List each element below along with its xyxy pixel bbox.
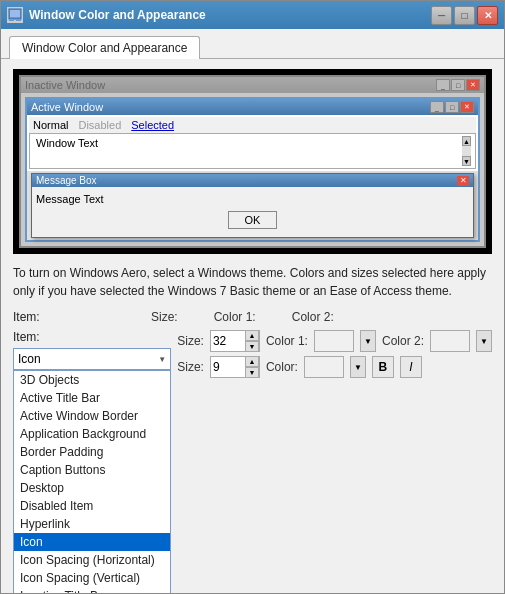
active-maximize-btn: □ <box>445 101 459 113</box>
color1-box[interactable] <box>314 330 354 352</box>
dropdown-item-icon-spacing-h[interactable]: Icon Spacing (Horizontal) <box>14 551 170 569</box>
window-text-label: Window Text <box>34 136 462 150</box>
dropdown-arrow-icon: ▼ <box>158 355 166 364</box>
size-col-label: Size: <box>151 310 178 324</box>
color2-col-label: Color 2: <box>292 310 334 324</box>
size-input-field[interactable]: 32 ▲ ▼ <box>210 330 260 352</box>
font-color-box[interactable] <box>304 356 344 378</box>
size-up[interactable]: ▲ <box>245 330 259 341</box>
font-size-arrows: ▲ ▼ <box>245 356 259 378</box>
title-bar: Window Color and Appearance ─ □ ✕ <box>1 1 504 29</box>
title-bar-controls: ─ □ ✕ <box>431 6 498 25</box>
color1-arrow[interactable]: ▼ <box>360 330 376 352</box>
message-box-close[interactable]: ✕ <box>457 176 469 186</box>
svg-rect-3 <box>16 20 21 21</box>
item-text-label: Item: <box>13 330 53 344</box>
inactive-title-controls: _ □ ✕ <box>436 79 480 91</box>
active-close-btn: ✕ <box>460 101 474 113</box>
bold-button[interactable]: B <box>372 356 394 378</box>
dropdown-item-border-padding[interactable]: Border Padding <box>14 443 170 461</box>
item-dropdown[interactable]: Icon ▼ <box>13 348 171 370</box>
message-box-container: Message Box ✕ Message Text OK <box>31 173 474 238</box>
dropdown-item-caption[interactable]: Caption Buttons <box>14 461 170 479</box>
dropdown-item-inactive-title[interactable]: Inactive Title Bar <box>14 587 170 593</box>
active-window-title: Active Window <box>31 101 103 113</box>
font-size-down[interactable]: ▼ <box>245 367 259 378</box>
message-ok-button[interactable]: OK <box>228 211 278 229</box>
message-box: Message Box ✕ Message Text OK <box>31 173 474 238</box>
dropdown-item-icon[interactable]: Icon <box>14 533 170 551</box>
state-normal: Normal <box>33 119 68 131</box>
main-content: Inactive Window _ □ ✕ Active Window _ □ <box>1 59 504 593</box>
tab-window-color[interactable]: Window Color and Appearance <box>9 36 200 59</box>
preview-area: Inactive Window _ □ ✕ Active Window _ □ <box>13 69 492 254</box>
svg-rect-2 <box>9 20 14 21</box>
font-size-up[interactable]: ▲ <box>245 356 259 367</box>
main-window: Window Color and Appearance ─ □ ✕ Window… <box>0 0 505 594</box>
window-text-area: Window Text ▲ ▼ <box>29 133 476 169</box>
active-window-body: Normal Disabled Selected Window Text ▲ ▼ <box>27 115 478 171</box>
dropdown-item-app-background[interactable]: Application Background <box>14 425 170 443</box>
message-box-title-bar: Message Box ✕ <box>32 174 473 187</box>
item-row: Item: Size: Color 1: Color 2: <box>13 310 492 324</box>
minimize-button[interactable]: ─ <box>431 6 452 25</box>
font-color-label: Color: <box>266 360 298 374</box>
inactive-close-btn: ✕ <box>466 79 480 91</box>
item-label: Item: <box>13 310 53 324</box>
window-icon <box>7 7 23 23</box>
scroll-up[interactable]: ▲ <box>462 136 471 146</box>
size-value: 32 <box>211 334 245 348</box>
active-window: Active Window _ □ ✕ Normal Disabled Sele… <box>25 97 480 242</box>
message-box-title-text: Message Box <box>36 175 97 186</box>
font-size-value: 9 <box>211 360 245 374</box>
message-box-text: Message Text <box>36 191 469 207</box>
active-title-controls: _ □ ✕ <box>430 101 474 113</box>
color2-box[interactable] <box>430 330 470 352</box>
font-size-input[interactable]: 9 ▲ ▼ <box>210 356 260 378</box>
svg-rect-1 <box>10 10 20 17</box>
inactive-maximize-btn: □ <box>451 79 465 91</box>
dropdown-item-3d[interactable]: 3D Objects <box>14 371 170 389</box>
active-title-bar: Active Window _ □ ✕ <box>27 99 478 115</box>
close-button[interactable]: ✕ <box>477 6 498 25</box>
dropdown-item-active-border[interactable]: Active Window Border <box>14 407 170 425</box>
scroll-down[interactable]: ▼ <box>462 156 471 166</box>
dropdown-item-desktop[interactable]: Desktop <box>14 479 170 497</box>
button-states: Normal Disabled Selected <box>29 117 476 133</box>
item-dropdown-value: Icon <box>18 352 41 366</box>
font-color-arrow[interactable]: ▼ <box>350 356 366 378</box>
state-disabled: Disabled <box>78 119 121 131</box>
color1-label-top: Color 1: <box>266 334 308 348</box>
italic-button[interactable]: I <box>400 356 422 378</box>
color2-arrow[interactable]: ▼ <box>476 330 492 352</box>
dropdown-item-hyperlink[interactable]: Hyperlink <box>14 515 170 533</box>
inactive-minimize-btn: _ <box>436 79 450 91</box>
size-label-top: Size: <box>177 334 204 348</box>
font-size-label: Size: <box>177 360 204 374</box>
window-scrollbar[interactable]: ▲ ▼ <box>462 136 471 166</box>
inactive-window: Inactive Window _ □ ✕ Active Window _ □ <box>19 75 486 248</box>
inactive-title-bar: Inactive Window _ □ ✕ <box>21 77 484 93</box>
inactive-window-title: Inactive Window <box>25 79 105 91</box>
dropdown-item-icon-spacing-v[interactable]: Icon Spacing (Vertical) <box>14 569 170 587</box>
state-selected: Selected <box>131 119 174 131</box>
size-arrows: ▲ ▼ <box>245 330 259 352</box>
color1-col-label: Color 1: <box>214 310 256 324</box>
dropdown-item-active-title[interactable]: Active Title Bar <box>14 389 170 407</box>
maximize-button[interactable]: □ <box>454 6 475 25</box>
window-title: Window Color and Appearance <box>29 8 431 22</box>
dropdown-item-disabled[interactable]: Disabled Item <box>14 497 170 515</box>
color2-label-top: Color 2: <box>382 334 424 348</box>
tab-bar: Window Color and Appearance <box>1 29 504 59</box>
info-text: To turn on Windows Aero, select a Window… <box>13 264 492 300</box>
dropdown-list: 3D Objects Active Title Bar Active Windo… <box>13 370 171 593</box>
active-minimize-btn: _ <box>430 101 444 113</box>
size-down[interactable]: ▼ <box>245 341 259 352</box>
